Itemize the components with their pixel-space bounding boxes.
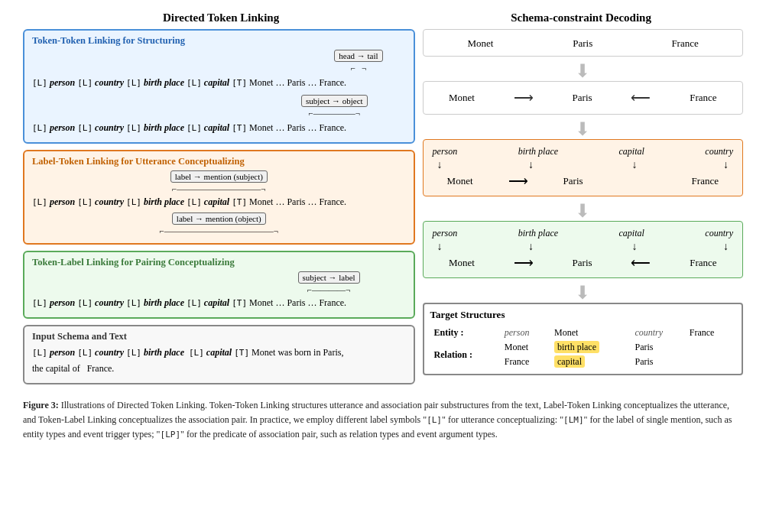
- p3-darr-3: ↓: [632, 159, 638, 171]
- box1-line1: [L] person [L] country [L] birth place […: [32, 76, 406, 90]
- target-table: Entity : person Monet country France Rel…: [430, 326, 735, 369]
- p1-paris: Paris: [560, 37, 605, 50]
- down-arrow-2: ⬇: [423, 120, 743, 138]
- p4-darr-3: ↓: [632, 241, 638, 253]
- p2-france: France: [690, 92, 716, 104]
- p1-france: France: [662, 37, 708, 50]
- relation-label: Relation :: [430, 340, 501, 369]
- p4-paris: Paris: [573, 257, 592, 269]
- rel-paris-1: Paris: [631, 340, 685, 355]
- token-label-box: Token-Label Linking for Pairing Conceptu…: [23, 251, 415, 320]
- head-tail-label: head → tail: [334, 50, 382, 62]
- p3-paris: Paris: [563, 175, 583, 187]
- down-arrow-4: ⬇: [423, 284, 743, 302]
- figure-caption: Figure 3: Illustrations of Directed Toke…: [23, 398, 743, 443]
- p3-darr-4: ↓: [723, 159, 729, 171]
- input-line2: the capital of France.: [32, 362, 406, 375]
- p4-arr-right: ⟶: [514, 255, 534, 271]
- schema-panel-1: Monet Paris France: [423, 29, 743, 57]
- entity-label: Entity :: [430, 326, 501, 340]
- p3-monet: Monet: [447, 175, 473, 187]
- rel-monet: Monet: [501, 340, 550, 355]
- p4-label-person: person: [433, 228, 458, 239]
- subj-obj-label-1: subject → object: [301, 95, 368, 107]
- p3-darr-2: ↓: [528, 159, 534, 171]
- token-label-title: Token-Label Linking for Pairing Conceptu…: [32, 257, 406, 268]
- box2-line1: [L] person [L] country [L] birth place […: [32, 195, 406, 209]
- p3-label-capital: capital: [619, 146, 644, 157]
- label-token-box: Label-Token Linking for Utterance Concep…: [23, 150, 415, 245]
- p2-paris: Paris: [573, 92, 592, 104]
- entity-person-type: person: [501, 326, 550, 340]
- input-title: Input Schema and Text: [32, 331, 406, 342]
- target-title: Target Structures: [430, 309, 735, 321]
- p2-arr-right: ⟶: [514, 89, 534, 106]
- rel-capital: capital: [550, 355, 631, 369]
- input-line1: [L] person [L] country [L] birth place […: [32, 345, 406, 360]
- subj-label: subject → label: [298, 271, 360, 284]
- p2-monet: Monet: [449, 92, 475, 104]
- rel-paris-2: Paris: [631, 355, 685, 369]
- p4-label-country: country: [705, 228, 733, 239]
- box1-line2: [L] person [L] country [L] birth place […: [32, 121, 406, 135]
- p4-france: France: [690, 257, 716, 269]
- p4-label-birthplace: birth place: [518, 228, 558, 239]
- right-main-title: Schema-constraint Decoding: [511, 11, 651, 24]
- schema-panel-4: person birth place capital country ↓ ↓ ↓…: [423, 221, 743, 278]
- label-token-title: Label-Token Linking for Utterance Concep…: [32, 156, 406, 167]
- rel-france: France: [501, 355, 550, 369]
- entity-france: France: [686, 326, 735, 340]
- left-main-title: Directed Token Linking: [163, 11, 279, 24]
- p3-label-birthplace: birth place: [518, 146, 558, 157]
- down-arrow-1: ⬇: [423, 62, 743, 80]
- label-mention-obj: label → mention (object): [172, 212, 266, 225]
- box3-line1: [L] person [L] country [L] birth place […: [32, 296, 406, 310]
- p1-monet: Monet: [457, 37, 503, 50]
- down-arrow-3: ⬇: [423, 202, 743, 220]
- entity-monet: Monet: [550, 326, 631, 340]
- target-structures-panel: Target Structures Entity : person Monet …: [423, 303, 743, 375]
- p3-france: France: [692, 175, 719, 187]
- schema-panel-2: Monet ⟶ Paris ⟵ France: [423, 81, 743, 115]
- p3-label-person: person: [433, 146, 458, 157]
- p4-arr-left: ⟵: [631, 255, 651, 271]
- p4-label-capital: capital: [619, 228, 644, 239]
- input-box: Input Schema and Text [L] person [L] cou…: [23, 325, 415, 384]
- p4-monet: Monet: [449, 257, 475, 269]
- p4-darr-4: ↓: [723, 241, 729, 253]
- entity-row: Entity : person Monet country France: [430, 326, 735, 340]
- p3-arr-right: ⟶: [508, 173, 528, 190]
- p4-darr-1: ↓: [437, 241, 443, 253]
- token-token-title: Token-Token Linking for Structuring: [32, 35, 406, 47]
- entity-country-type: country: [631, 326, 685, 340]
- p3-darr-1: ↓: [437, 159, 443, 171]
- right-column: Monet Paris France ⬇ Monet ⟶ Paris ⟵ Fra…: [423, 29, 743, 384]
- relation-row-1: Relation : Monet birth place Paris: [430, 340, 735, 355]
- p4-darr-2: ↓: [528, 241, 534, 253]
- schema-panel-3: person birth place capital country ↓ ↓ ↓…: [423, 139, 743, 196]
- rel-birthplace: birth place: [550, 340, 631, 355]
- p3-label-country: country: [705, 146, 733, 157]
- label-mention-subj: label → mention (subject): [170, 170, 268, 183]
- p2-arr-left: ⟵: [631, 89, 651, 106]
- token-token-box: Token-Token Linking for Structuring head…: [23, 29, 415, 144]
